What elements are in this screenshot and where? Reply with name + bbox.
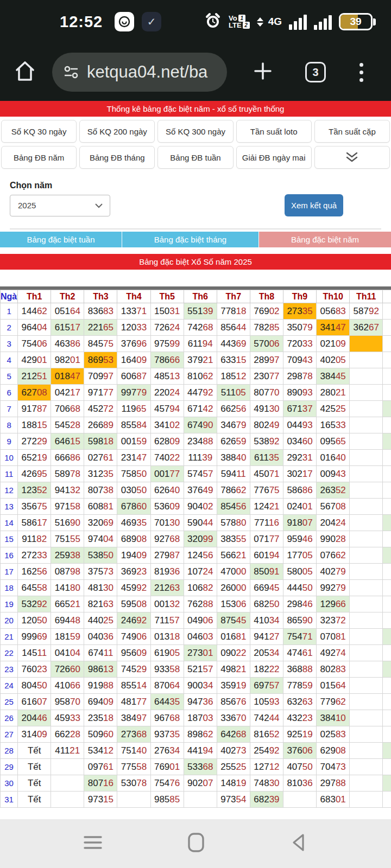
result-cell: 45272 xyxy=(84,401,117,417)
day-cell: 23 xyxy=(1,661,18,678)
result-cell: 91807 xyxy=(283,515,316,531)
result-cell: 77116 xyxy=(250,515,283,531)
result-cell: 69448 xyxy=(51,612,84,629)
result-cell: 44369 xyxy=(217,336,250,352)
result-cell: 98613 xyxy=(84,661,117,678)
result-cell: 36923 xyxy=(117,564,150,580)
home-nav-button[interactable] xyxy=(185,832,207,856)
table-row: 3754064638684575376969759961194443695700… xyxy=(1,336,391,352)
result-cell: 67142 xyxy=(184,401,217,417)
button-bang-db-tuan[interactable]: Bảng ĐB tuần xyxy=(157,146,233,169)
result-cell: 14511 xyxy=(18,645,51,661)
result-cell: 26000 xyxy=(217,580,250,596)
column-header-month: Th9 xyxy=(283,290,316,303)
result-cell: 77558 xyxy=(117,759,150,775)
result-cell: 18222 xyxy=(250,661,283,678)
new-tab-button[interactable] xyxy=(252,60,274,84)
result-cell: 56621 xyxy=(217,547,250,564)
result-cell: 00132 xyxy=(150,596,184,612)
button-bang-db-nam[interactable]: Bảng ĐB năm xyxy=(1,146,77,169)
button-tan-suat-cap[interactable]: Tần suất cặp xyxy=(314,120,390,143)
result-cell: 47461 xyxy=(283,645,316,661)
result-cell xyxy=(283,792,316,808)
button-more-chevron[interactable] xyxy=(314,146,390,169)
result-cell: 08798 xyxy=(51,564,84,580)
notification-app-icon xyxy=(115,12,134,31)
result-cell xyxy=(383,629,391,645)
results-table-container[interactable]: NgàyTh1Th2Th3Th4Th5Th6Th7Th8Th9Th10Th11T… xyxy=(0,286,391,808)
result-cell: 38355 xyxy=(217,531,250,547)
button-so-kq-300-ngay[interactable]: Số KQ 300 ngày xyxy=(157,120,233,143)
result-cell: 44025 xyxy=(84,612,117,629)
result-cell: 41121 xyxy=(51,743,84,759)
day-cell: 30 xyxy=(1,775,18,792)
tab-bang-dac-biet-nam[interactable]: Bảng đặc biệt năm xyxy=(259,232,391,247)
column-header-month: Th3 xyxy=(84,290,117,303)
result-cell: 38445 xyxy=(317,368,350,385)
day-cell: 21 xyxy=(1,629,18,645)
sim2-badge: 2 xyxy=(243,22,250,29)
back-button[interactable] xyxy=(289,832,310,855)
result-cell: 97177 xyxy=(84,385,117,401)
result-cell xyxy=(383,743,391,759)
result-cell: 80283 xyxy=(317,661,350,678)
url-bar[interactable]: ketqua04.net/ba xyxy=(52,53,227,92)
result-cell: 62659 xyxy=(217,433,250,450)
result-cell: 89862 xyxy=(184,726,217,743)
button-so-kq-30-ngay[interactable]: Số KQ 30 ngày xyxy=(1,120,77,143)
result-cell xyxy=(350,743,383,759)
day-cell: 22 xyxy=(1,645,18,661)
result-cell: 27233 xyxy=(18,547,51,564)
result-cell: 69409 xyxy=(84,694,117,710)
view-results-button[interactable]: Xem kết quả xyxy=(285,194,343,216)
recent-apps-button[interactable] xyxy=(82,833,104,854)
page-title: Thống kê bảng đặc biệt năm - xổ số truyề… xyxy=(0,101,391,117)
result-cell: 17705 xyxy=(283,547,316,564)
day-cell: 9 xyxy=(1,433,18,450)
result-cell: 35675 xyxy=(18,499,51,515)
result-cell: 80450 xyxy=(18,678,51,694)
result-cell: 47000 xyxy=(217,564,250,580)
home-button[interactable] xyxy=(13,59,37,85)
result-cell: 54528 xyxy=(51,417,84,433)
button-tan-suat-loto[interactable]: Tần suất loto xyxy=(236,120,312,143)
result-cell: 12421 xyxy=(250,499,283,515)
button-giai-db-ngay-mai[interactable]: Giải ĐB ngày mai xyxy=(236,146,312,169)
result-cell: 25525 xyxy=(217,759,250,775)
result-cell: 64435 xyxy=(150,694,184,710)
browser-menu-button[interactable] xyxy=(360,63,363,82)
result-cell xyxy=(383,417,391,433)
button-so-kq-200-ngay[interactable]: Số KQ 200 ngày xyxy=(79,120,155,143)
result-cell: 31235 xyxy=(84,466,117,482)
result-cell: 55139 xyxy=(184,303,217,320)
result-cell: 42695 xyxy=(18,466,51,482)
table-body: 1144620516483683133711503155139778187690… xyxy=(1,303,391,808)
table-row: 28Tết41121534127514027634441944027325492… xyxy=(1,743,391,759)
day-cell: 13 xyxy=(1,499,18,515)
result-cell: 29788 xyxy=(317,775,350,792)
result-cell: 14180 xyxy=(51,580,84,596)
result-cell xyxy=(383,482,391,499)
tab-switcher-button[interactable]: 3 xyxy=(305,62,326,82)
result-cell: 97354 xyxy=(217,792,250,808)
result-cell: 33670 xyxy=(217,710,250,726)
result-cell: 00177 xyxy=(150,466,184,482)
result-cell: 91787 xyxy=(18,401,51,417)
year-select[interactable]: 2025 xyxy=(10,195,110,216)
table-row: 2480450410669198885514870649003435919697… xyxy=(1,678,391,694)
result-cell: 16409 xyxy=(117,352,150,368)
result-cell: 74244 xyxy=(250,710,283,726)
result-cell: 15306 xyxy=(217,596,250,612)
tab-bang-dac-biet-tuan[interactable]: Bảng đặc biệt tuần xyxy=(0,232,122,247)
tab-bang-dac-biet-thang[interactable]: Bảng đặc biệt tháng xyxy=(122,232,259,247)
button-bang-db-thang[interactable]: Bảng ĐB tháng xyxy=(79,146,155,169)
result-cell: 89093 xyxy=(283,385,316,401)
result-cell: 76902 xyxy=(250,303,283,320)
result-cell: 61607 xyxy=(18,694,51,710)
day-cell: 10 xyxy=(1,450,18,466)
result-cell: 10724 xyxy=(184,564,217,580)
result-cell: 93358 xyxy=(150,661,184,678)
result-cell: 07662 xyxy=(317,547,350,564)
result-cell: 00159 xyxy=(117,433,150,450)
result-cell xyxy=(350,531,383,547)
